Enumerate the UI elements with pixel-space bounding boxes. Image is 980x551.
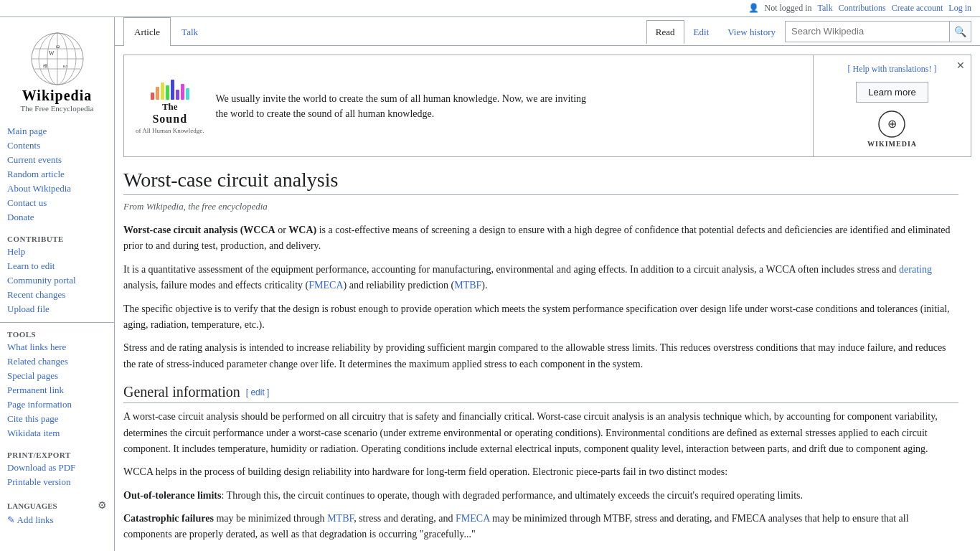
sidebar-item-about-wikipedia[interactable]: About Wikipedia [0,182,114,196]
not-logged-in: Not logged in [765,3,812,14]
add-languages-link[interactable]: ✎ Add links [0,513,114,527]
user-icon: 👤 [748,3,759,14]
talk-link[interactable]: Talk [818,3,833,14]
banner-right: ✕ [ Help with translations! ] Learn more… [813,55,971,156]
sound-bars [151,78,189,100]
svg-text:кл: кл [63,64,67,68]
wikipedia-globe-icon: W Ω 维 кл [29,30,86,88]
para3: The specific objective is to verify that… [123,301,958,334]
logo-area: W Ω 维 кл Wikipedia The Free Encyclopedia [0,23,114,124]
sidebar-item-contact-us[interactable]: Contact us [0,196,114,210]
help-translations-link[interactable]: [ Help with translations! ] [848,64,937,75]
navigation-section: Main page Contents Current events Random… [0,124,114,225]
section1-para1: A worst-case circuit analysis should be … [123,409,958,457]
article: Worst-case circuit analysis From Wikiped… [115,163,976,551]
sidebar-item-printable-version[interactable]: Printable version [0,475,114,489]
sound-logo-area: The Sound of All Human Knowledge. [136,78,204,134]
contribute-section: Contribute Help Learn to edit Community … [0,230,114,316]
print-heading: Print/export [0,446,114,461]
log-in-link[interactable]: Log in [948,3,971,14]
print-section: Print/export Download as PDF Printable v… [0,446,114,489]
languages-header: Languages ⚙ [0,495,114,513]
svg-text:⊕: ⊕ [887,118,897,130]
sidebar-item-wikidata-item[interactable]: Wikidata item [0,426,114,441]
create-account-link[interactable]: Create account [892,3,943,14]
banner: The Sound of All Human Knowledge. We usu… [123,55,971,157]
tab-actions: Read Edit View history 🔍 [646,17,971,45]
tab-view-history[interactable]: View history [718,20,785,44]
close-banner-button[interactable]: ✕ [956,60,965,71]
sidebar-item-learn-to-edit[interactable]: Learn to edit [0,259,114,273]
sidebar-item-upload-file[interactable]: Upload file [0,302,114,316]
sidebar-item-random-article[interactable]: Random article [0,167,114,182]
tools-heading: Tools [0,326,114,340]
fmeca-link2[interactable]: FMECA [456,513,489,524]
search-button[interactable]: 🔍 [949,22,971,42]
para2: It is a quantitative assessment of the e… [123,262,958,294]
sidebar-item-special-pages[interactable]: Special pages [0,369,114,383]
sidebar-item-related-changes[interactable]: Related changes [0,354,114,369]
sidebar-item-donate[interactable]: Donate [0,210,114,225]
sidebar: W Ω 维 кл Wikipedia The Free Encyclopedia… [0,17,115,551]
tab-talk[interactable]: Talk [171,17,209,46]
languages-section: Languages ⚙ ✎ Add links [0,495,114,527]
catastrophic-para: Catastrophic failures may be minimized t… [123,511,958,543]
logo-subtitle: The Free Encyclopedia [20,104,93,113]
tab-article[interactable]: Article [123,17,171,46]
sidebar-item-contents[interactable]: Contents [0,138,114,153]
sidebar-item-permanent-link[interactable]: Permanent link [0,383,114,397]
svg-text:Ω: Ω [56,44,60,50]
content-area: Article Talk Read Edit View history 🔍 [115,17,980,551]
banner-text: We usually invite the world to create th… [215,91,586,121]
sidebar-item-recent-changes[interactable]: Recent changes [0,288,114,302]
fmeca-link[interactable]: FMECA [308,280,343,291]
intro-bold2: WCA) [288,225,316,235]
mtbf-link2[interactable]: MTBF [327,513,354,524]
gear-icon[interactable]: ⚙ [98,499,107,512]
catastrophic-bold: Catastrophic failures [123,513,214,524]
tab-read[interactable]: Read [646,20,684,44]
sidebar-item-what-links-here[interactable]: What links here [0,340,114,354]
sidebar-item-help[interactable]: Help [0,245,114,259]
para4: Stress and de rating analysis is intende… [123,340,958,372]
search-input[interactable] [786,22,949,42]
out-of-tolerance-bold: Out-of-tolerance limits [123,490,221,501]
banner-left: The Sound of All Human Knowledge. We usu… [124,55,813,156]
top-bar: 👤 Not logged in Talk Contributions Creat… [0,0,980,17]
sidebar-item-page-information[interactable]: Page information [0,397,114,412]
sidebar-item-current-events[interactable]: Current events [0,153,114,167]
contribute-heading: Contribute [0,230,114,245]
tools-section: Tools What links here Related changes Sp… [0,322,114,441]
logo-title: Wikipedia [22,88,93,104]
tab-edit[interactable]: Edit [684,20,719,44]
sound-logo-text: The Sound of All Human Knowledge. [136,101,204,134]
mtbf-link[interactable]: MTBF [454,280,481,291]
intro-bold: Worst-case circuit analysis (WCCA [123,225,275,235]
from-wikipedia: From Wikipedia, the free encyclopedia [123,201,958,212]
learn-more-button[interactable]: Learn more [856,82,928,103]
tab-bar: Article Talk Read Edit View history 🔍 [115,17,980,46]
intro-paragraph: Worst-case circuit analysis (WCCA or WCA… [123,222,958,255]
languages-heading: Languages [7,501,57,510]
article-title: Worst-case circuit analysis [123,169,958,195]
search-box: 🔍 [785,21,971,42]
section1-para2: WCCA helps in the process of building de… [123,464,958,480]
svg-text:W: W [49,50,55,57]
sidebar-item-cite-this-page[interactable]: Cite this page [0,412,114,426]
wikimedia-icon: ⊕ [877,110,906,138]
sidebar-item-community-portal[interactable]: Community portal [0,273,114,288]
sidebar-item-main-page[interactable]: Main page [0,124,114,138]
svg-text:维: 维 [43,63,47,68]
section1-heading: General information [ edit ] [123,384,958,403]
derating-link[interactable]: derating [899,264,932,275]
wikimedia-logo: ⊕ WIKIMEDIA [867,110,917,148]
section1-edit-link[interactable]: [ edit ] [246,387,270,397]
out-of-tolerance-para: Out-of-tolerance limits: Through this, t… [123,488,958,504]
contributions-link[interactable]: Contributions [839,3,886,14]
sidebar-item-download-pdf[interactable]: Download as PDF [0,461,114,475]
